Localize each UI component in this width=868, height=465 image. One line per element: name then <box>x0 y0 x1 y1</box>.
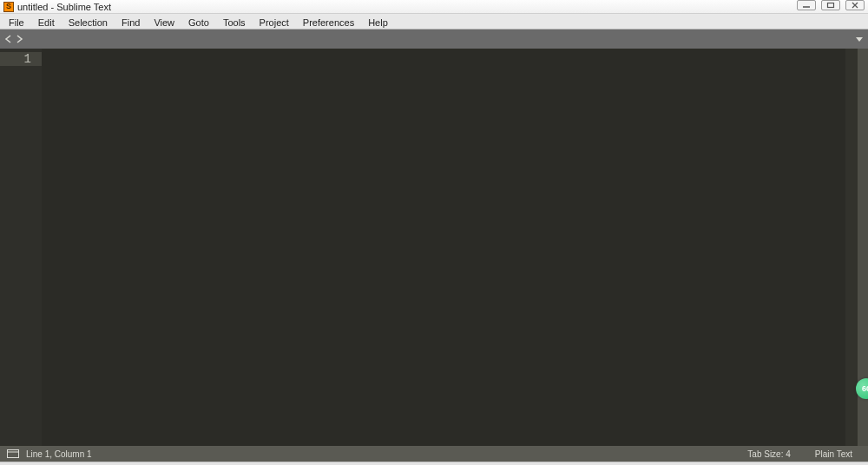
menu-file[interactable]: File <box>2 14 31 29</box>
panel-switcher-icon[interactable] <box>7 449 19 458</box>
menu-edit[interactable]: Edit <box>31 14 62 29</box>
vertical-scrollbar[interactable] <box>858 49 868 446</box>
minimize-button[interactable] <box>797 0 816 10</box>
gutter-line-number: 1 <box>0 52 42 66</box>
tab-prev-icon[interactable] <box>3 34 14 44</box>
tab-next-icon[interactable] <box>14 34 24 44</box>
svg-rect-1 <box>828 3 834 8</box>
editor-area: 1 60 <box>0 49 868 446</box>
maximize-button[interactable] <box>821 0 840 10</box>
menu-tools[interactable]: Tools <box>216 14 253 29</box>
svg-rect-2 <box>8 450 19 458</box>
tab-dropdown-icon[interactable] <box>854 32 865 48</box>
window-titlebar: S untitled - Sublime Text <box>0 0 868 14</box>
window-controls <box>797 0 865 10</box>
status-line-column[interactable]: Line 1, Column 1 <box>26 449 92 459</box>
menu-project[interactable]: Project <box>253 14 296 29</box>
close-button[interactable] <box>845 0 865 10</box>
text-editor[interactable] <box>42 49 845 446</box>
menu-selection[interactable]: Selection <box>62 14 115 29</box>
status-syntax[interactable]: Plain Text <box>806 449 861 459</box>
menu-find[interactable]: Find <box>115 14 147 29</box>
menu-view[interactable]: View <box>147 14 181 29</box>
window-title: untitled - Sublime Text <box>17 2 111 12</box>
menu-preferences[interactable]: Preferences <box>296 14 361 29</box>
menubar: File Edit Selection Find View Goto Tools… <box>0 14 868 29</box>
app-icon: S <box>3 2 14 12</box>
tab-strip <box>0 29 868 49</box>
tab-nav-arrows <box>3 34 24 44</box>
minimap[interactable] <box>845 49 858 446</box>
status-bar: Line 1, Column 1 Tab Size: 4 Plain Text <box>0 446 868 462</box>
menu-help[interactable]: Help <box>361 14 395 29</box>
gutter: 1 <box>0 49 42 446</box>
os-taskbar-hint <box>0 462 868 465</box>
status-tab-size[interactable]: Tab Size: 4 <box>739 449 799 459</box>
menu-goto[interactable]: Goto <box>181 14 216 29</box>
